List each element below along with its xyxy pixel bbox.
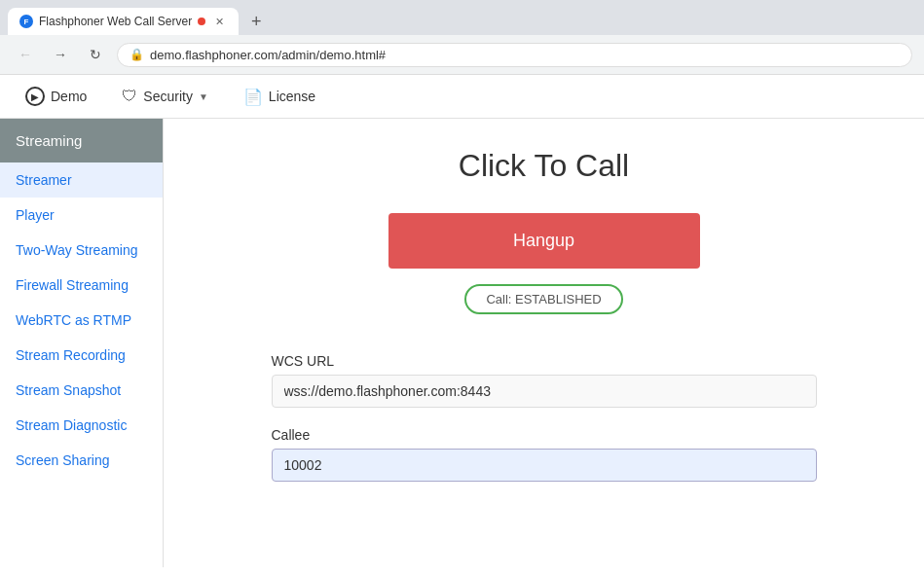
status-badge: Call: ESTABLISHED [464, 284, 622, 314]
sidebar-header: Streaming [0, 119, 163, 162]
recording-indicator [198, 18, 205, 25]
form-section: WCS URL Callee [272, 353, 817, 501]
callee-input[interactable] [272, 449, 817, 482]
address-bar[interactable]: 🔒 demo.flashphoner.com/admin/demo.html# [117, 43, 912, 67]
lock-icon: 🔒 [129, 48, 144, 61]
demo-label: Demo [51, 89, 87, 104]
forward-button[interactable]: → [47, 41, 74, 68]
sidebar-item-player[interactable]: Player [0, 198, 163, 233]
sidebar-item-two-way[interactable]: Two-Way Streaming [0, 233, 163, 268]
active-tab[interactable]: F Flashphoner Web Call Server ✕ [8, 8, 239, 35]
app-header: ▶ Demo 🛡 Security ▼ 📄 License [0, 75, 924, 119]
reload-button[interactable]: ↻ [82, 41, 109, 68]
hangup-button[interactable]: Hangup [388, 213, 700, 269]
sidebar-item-streamer[interactable]: Streamer [0, 162, 163, 198]
sidebar-item-diagnostic[interactable]: Stream Diagnostic [0, 408, 163, 443]
license-icon: 📄 [243, 88, 263, 106]
sidebar-item-label: Streamer [16, 172, 72, 188]
tab-favicon: F [19, 15, 33, 28]
sidebar-item-label: Screen Sharing [16, 452, 110, 468]
main-content: Click To Call Hangup Call: ESTABLISHED W… [164, 119, 924, 567]
callee-label: Callee [272, 427, 817, 443]
nav-demo[interactable]: ▶ Demo [19, 83, 92, 110]
sidebar-item-recording[interactable]: Stream Recording [0, 338, 163, 373]
nav-security[interactable]: 🛡 Security ▼ [116, 84, 213, 109]
play-icon: ▶ [25, 87, 45, 106]
back-button[interactable]: ← [12, 41, 39, 68]
sidebar-item-label: Stream Diagnostic [16, 417, 127, 433]
sidebar-item-label: Stream Recording [16, 347, 126, 363]
sidebar-item-label: Two-Way Streaming [16, 242, 138, 258]
sidebar-item-firewall[interactable]: Firewall Streaming [0, 268, 163, 303]
security-label: Security [143, 89, 193, 104]
sidebar-item-label: Player [16, 207, 55, 223]
address-bar-row: ← → ↻ 🔒 demo.flashphoner.com/admin/demo.… [0, 35, 924, 74]
app-layout: Streaming Streamer Player Two-Way Stream… [0, 119, 924, 567]
shield-icon: 🛡 [122, 88, 137, 105]
license-label: License [269, 89, 315, 104]
wcs-url-label: WCS URL [272, 353, 817, 369]
tab-title: Flashphoner Web Call Server [39, 15, 192, 28]
sidebar-item-screen-sharing[interactable]: Screen Sharing [0, 443, 163, 478]
sidebar-item-label: Firewall Streaming [16, 277, 129, 293]
browser-chrome: F Flashphoner Web Call Server ✕ + ← → ↻ … [0, 0, 924, 75]
new-tab-button[interactable]: + [242, 8, 270, 35]
wcs-url-input[interactable] [272, 375, 817, 408]
tab-bar: F Flashphoner Web Call Server ✕ + [0, 0, 924, 35]
sidebar: Streaming Streamer Player Two-Way Stream… [0, 119, 164, 567]
sidebar-item-webrtc[interactable]: WebRTC as RTMP [0, 303, 163, 338]
sidebar-item-label: WebRTC as RTMP [16, 312, 131, 328]
tab-close-button[interactable]: ✕ [211, 14, 227, 29]
chevron-down-icon: ▼ [199, 91, 208, 102]
sidebar-item-label: Stream Snapshot [16, 382, 121, 398]
page-title: Click To Call [459, 148, 629, 184]
nav-license[interactable]: 📄 License [238, 84, 321, 110]
sidebar-item-snapshot[interactable]: Stream Snapshot [0, 373, 163, 408]
address-text: demo.flashphoner.com/admin/demo.html# [150, 48, 386, 62]
